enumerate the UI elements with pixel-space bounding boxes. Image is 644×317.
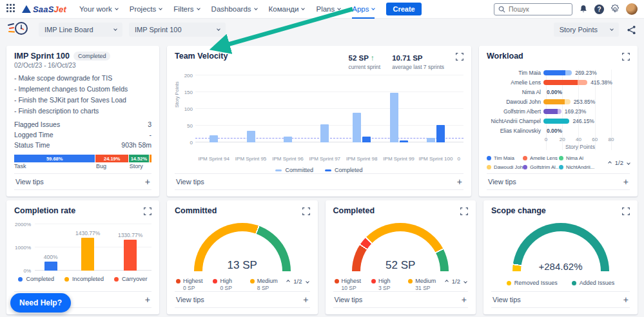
legend-item[interactable]: High3 SP [371,278,408,291]
nav-item-your-work[interactable]: Your work [79,0,118,19]
legend-value: 31 SP [415,285,445,291]
legend-item[interactable]: Dawoudi John [487,164,523,170]
legend-item[interactable]: Carryover [114,276,148,282]
legend-item[interactable]: High0 SP [213,278,249,291]
legend-item[interactable]: Golfstrim Al... [523,164,559,170]
y-tick-label: 1000% [15,245,31,251]
page-up-icon[interactable] [445,280,449,283]
workload-value: 246.15% [572,118,594,124]
legend-item[interactable]: Medium31 SP [408,278,445,291]
expand-icon[interactable] [622,52,630,63]
legend-item[interactable]: Completed [18,276,54,282]
expand-icon[interactable] [144,206,151,218]
legend-item-top: Highest [176,278,213,284]
search-input[interactable] [509,5,567,13]
issue-type-bar: 59.68%24.19%14.52% TaskBugStory [14,155,151,169]
board-select[interactable]: IMP Line Board [39,23,122,37]
share-icon[interactable] [627,25,636,35]
page-down-icon[interactable] [463,280,467,283]
committed-gauge: 13 SP [194,223,291,272]
x-tick-label: 40 [576,137,581,142]
plus-icon[interactable]: + [145,295,150,304]
plus-icon[interactable]: + [623,177,629,186]
committed-title: Committed [175,206,217,215]
x-tick-label: IPM Sprint 100 [417,156,454,162]
sprint-status-badge: Completed [73,52,111,61]
workload-track: 415.38% [543,79,630,86]
legend-item[interactable]: Added Issues [572,280,615,286]
velocity-y-axis-label: Story Points [174,82,180,108]
chevron-down-icon [610,27,614,31]
legend-item[interactable]: Amelie Lens [523,155,559,161]
legend-item[interactable]: NichtAndrii... [559,164,595,170]
plus-icon[interactable]: + [623,295,629,304]
view-tips-link[interactable]: View tips [335,296,363,303]
stat-label: Flagged Issues [14,120,60,128]
page-down-icon[interactable] [627,161,630,165]
nav-item-plans[interactable]: Plans [316,0,340,19]
plus-icon[interactable]: + [303,295,308,304]
legend-label: Highest [183,278,203,284]
create-button[interactable]: Create [386,3,421,15]
settings-gear-icon[interactable] [610,5,620,14]
nav-item-команди[interactable]: Команди [269,0,305,19]
plus-icon[interactable]: + [457,177,462,186]
completion-plot: 400%1430.77%1330.77% [35,224,151,271]
legend-item[interactable]: Highest10 SP [335,278,371,291]
page-up-icon[interactable] [286,280,290,283]
brand-jet: Jet [54,5,66,14]
workload-value: 0.00% [547,128,562,134]
need-help-button[interactable]: Need Help? [10,293,71,312]
expand-icon[interactable] [302,206,310,218]
current-sprint-stat: 52 SP ↑ current sprint [349,52,381,70]
legend-item[interactable]: Medium8 SP [250,278,287,291]
legend-swatch [523,165,527,169]
view-tips-link[interactable]: View tips [488,178,516,186]
team-velocity-card: Team Velocity 52 SP ↑ current sprint 10.… [167,46,471,197]
user-avatar[interactable] [626,3,638,15]
legend-item[interactable]: Nima Al [559,155,595,161]
legend-label: Removed Issues [514,280,558,286]
nav-item-apps[interactable]: Apps [352,0,375,19]
legend-item[interactable]: Removed Issues [507,280,558,286]
view-tips-link[interactable]: View tips [176,296,204,303]
velocity-bar-group [344,75,380,142]
legend-item[interactable]: Tim Maia [487,155,523,161]
help-icon[interactable]: ? [594,5,604,14]
search-box[interactable] [494,3,572,15]
legend-value: 0 SP [183,285,213,291]
view-tips-link[interactable]: View tips [15,178,44,186]
nav-item-dashboards[interactable]: Dashboards [211,0,257,19]
expand-icon[interactable] [456,52,463,63]
nav-item-filters[interactable]: Filters [173,0,199,19]
stat-label: Logged Time [14,131,54,139]
legend-item[interactable]: Completed [325,167,363,173]
legend-swatch [335,279,339,283]
y-tick-label: 2000% [15,222,31,227]
notifications-bell-icon[interactable] [579,5,588,14]
saasjet-logo[interactable]: SaaSJet [22,5,66,14]
page-indicator: 1/2 [293,278,302,285]
legend-item[interactable]: Incompleted [64,276,104,282]
view-tips-link[interactable]: View tips [493,296,521,303]
top-navbar: SaaSJet Your workProjectsFiltersDashboar… [0,0,644,19]
plus-icon[interactable]: + [462,295,467,304]
page-up-icon[interactable] [608,161,612,165]
x-tick-label: IPM Sprint 94 [195,156,232,162]
legend-item[interactable]: Committed [275,167,313,173]
page-down-icon[interactable] [306,280,309,283]
legend-item[interactable]: Highest0 SP [176,278,213,291]
plus-icon[interactable]: + [145,177,150,186]
nav-item-projects[interactable]: Projects [130,0,162,19]
velocity-bar-group [454,75,463,142]
expand-icon[interactable] [460,206,468,218]
legend-label: Completed [26,276,54,282]
sprint-goal-line: - Implement changes to Custom fields [14,85,151,93]
sprint-select[interactable]: IMP Sprint 100 [129,23,226,37]
legend-label: Nima Al [566,155,583,161]
metric-select[interactable]: Story Points [554,23,619,37]
metric-select-value: Story Points [560,26,598,34]
app-switcher-icon[interactable] [6,4,17,14]
view-tips-link[interactable]: View tips [176,178,204,186]
expand-icon[interactable] [622,206,630,218]
